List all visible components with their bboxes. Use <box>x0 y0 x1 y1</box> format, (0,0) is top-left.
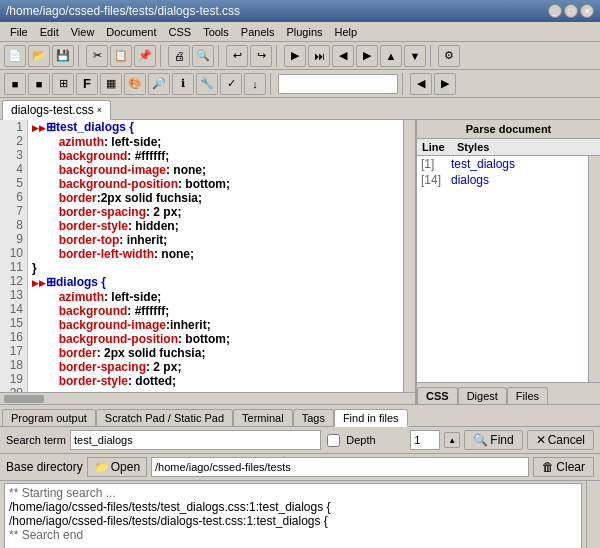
tb2-btn5[interactable]: ▦ <box>100 73 122 95</box>
code-line: border-spacing: 2 px; <box>32 205 399 219</box>
find-button[interactable]: 🔍 <box>192 45 214 67</box>
file-tab[interactable]: dialogs-test.css × <box>2 100 111 120</box>
bottom-tab-3[interactable]: Tags <box>293 409 334 426</box>
open-dir-button[interactable]: 📁 Open <box>87 457 147 477</box>
toolbar-sep2 <box>160 45 164 67</box>
step-button[interactable]: ⏭ <box>308 45 330 67</box>
settings-button[interactable]: ⚙ <box>438 45 460 67</box>
paste-button[interactable]: 📌 <box>134 45 156 67</box>
parse-area: [1]test_dialogs[14]dialogs <box>417 156 600 382</box>
up-button[interactable]: ▲ <box>380 45 402 67</box>
tb2-arrow-right[interactable]: ▶ <box>434 73 456 95</box>
depth-input[interactable] <box>410 430 440 450</box>
file-tab-label: dialogs-test.css <box>11 103 94 117</box>
basedir-bar: Base directory 📁 Open 🗑 Clear <box>0 454 600 481</box>
editor-vscrollbar[interactable] <box>403 120 415 392</box>
parse-item[interactable]: [1]test_dialogs <box>417 156 588 172</box>
find-icon: 🔍 <box>473 433 488 447</box>
results-vscroll[interactable] <box>586 481 600 548</box>
clear-button[interactable]: 🗑 Clear <box>533 457 594 477</box>
bottom-tab-2[interactable]: Terminal <box>233 409 293 426</box>
tb2-btn1[interactable]: ■ <box>4 73 26 95</box>
menu-edit[interactable]: Edit <box>34 25 65 39</box>
prev-button[interactable]: ◀ <box>332 45 354 67</box>
basedir-input[interactable] <box>151 457 529 477</box>
line-number: 3 <box>4 148 23 162</box>
right-tab-css[interactable]: CSS <box>417 387 458 404</box>
menu-view[interactable]: View <box>65 25 101 39</box>
tb2-btn4[interactable]: F <box>76 73 98 95</box>
line-number: 8 <box>4 218 23 232</box>
tb2-btn8[interactable]: ℹ <box>172 73 194 95</box>
search-input[interactable] <box>70 430 321 450</box>
results-container: ** Starting search .../home/iago/cssed-f… <box>0 481 600 548</box>
editor-hscrollbar[interactable] <box>0 392 415 404</box>
file-tab-close[interactable]: × <box>97 105 102 115</box>
next-button[interactable]: ▶ <box>356 45 378 67</box>
depth-up[interactable]: ▲ <box>444 432 460 448</box>
minimize-button[interactable]: _ <box>548 4 562 18</box>
code-line: background: #ffffff; <box>32 304 399 318</box>
toolbar-sep5 <box>430 45 434 67</box>
down-button[interactable]: ▼ <box>404 45 426 67</box>
close-button[interactable]: ✕ <box>580 4 594 18</box>
bottom-tabs: Program outputScratch Pad / Static PadTe… <box>0 405 600 427</box>
tb2-btn6[interactable]: 🎨 <box>124 73 146 95</box>
cancel-button[interactable]: ✕ Cancel <box>527 430 594 450</box>
right-tab-files[interactable]: Files <box>507 387 548 404</box>
toolbar2-sep1 <box>270 73 274 95</box>
bottom-tab-1[interactable]: Scratch Pad / Static Pad <box>96 409 233 426</box>
menu-plugins[interactable]: Plugins <box>280 25 328 39</box>
redo-button[interactable]: ↪ <box>250 45 272 67</box>
menu-panels[interactable]: Panels <box>235 25 281 39</box>
cut-button[interactable]: ✂ <box>86 45 108 67</box>
tb2-arrow-left[interactable]: ◀ <box>410 73 432 95</box>
bottom-tab-4[interactable]: Find in files <box>334 409 408 427</box>
save-button[interactable]: 💾 <box>52 45 74 67</box>
titlebar: /home/iago/cssed-files/tests/dialogs-tes… <box>0 0 600 22</box>
toolbar2-input[interactable] <box>278 74 398 94</box>
maximize-button[interactable]: □ <box>564 4 578 18</box>
bottom-tab-0[interactable]: Program output <box>2 409 96 426</box>
tb2-btn7[interactable]: 🔎 <box>148 73 170 95</box>
tb2-btn3[interactable]: ⊞ <box>52 73 74 95</box>
code-line: azimuth: left-side; <box>32 135 399 149</box>
new-button[interactable]: 📄 <box>4 45 26 67</box>
line-number: 13 <box>4 288 23 302</box>
main-area: 123456789101112131415161718192021 ▶▶⊞tes… <box>0 120 600 405</box>
menu-css[interactable]: CSS <box>163 25 198 39</box>
line-number: 14 <box>4 302 23 316</box>
right-tab-digest[interactable]: Digest <box>458 387 507 404</box>
right-panel-header: Line Styles <box>417 139 600 156</box>
line-number: 4 <box>4 162 23 176</box>
open-button[interactable]: 📂 <box>28 45 50 67</box>
result-line[interactable]: /home/iago/cssed-files/tests/test_dialog… <box>9 500 577 514</box>
find-button[interactable]: 🔍 Find <box>464 430 522 450</box>
parse-item[interactable]: [14]dialogs <box>417 172 588 188</box>
result-line: ** Search end <box>9 528 577 542</box>
menu-document[interactable]: Document <box>100 25 162 39</box>
depth-checkbox[interactable] <box>327 434 340 447</box>
code-line: background-image: none; <box>32 163 399 177</box>
print-button[interactable]: 🖨 <box>168 45 190 67</box>
tb2-btn11[interactable]: ↓ <box>244 73 266 95</box>
copy-button[interactable]: 📋 <box>110 45 132 67</box>
menu-tools[interactable]: Tools <box>197 25 235 39</box>
code-line: border-spacing: 2 px; <box>32 360 399 374</box>
code-line: } <box>32 261 399 275</box>
undo-button[interactable]: ↩ <box>226 45 248 67</box>
depth-label: Depth <box>346 434 406 446</box>
right-panel-vscroll[interactable] <box>588 156 600 382</box>
find-bar: Search term Depth ▲ 🔍 Find ✕ Cancel <box>0 427 600 454</box>
tb2-btn2[interactable]: ■ <box>28 73 50 95</box>
menu-help[interactable]: Help <box>329 25 364 39</box>
line-number: 7 <box>4 204 23 218</box>
tb2-btn9[interactable]: 🔧 <box>196 73 218 95</box>
tb2-btn10[interactable]: ✓ <box>220 73 242 95</box>
run-button[interactable]: ▶ <box>284 45 306 67</box>
menu-file[interactable]: File <box>4 25 34 39</box>
toolbar-sep1 <box>78 45 82 67</box>
result-line[interactable]: /home/iago/cssed-files/tests/dialogs-tes… <box>9 514 577 528</box>
toolbar-sep3 <box>218 45 222 67</box>
code-content[interactable]: ▶▶⊞test_dialogs { azimuth: left-side; ba… <box>28 120 403 392</box>
